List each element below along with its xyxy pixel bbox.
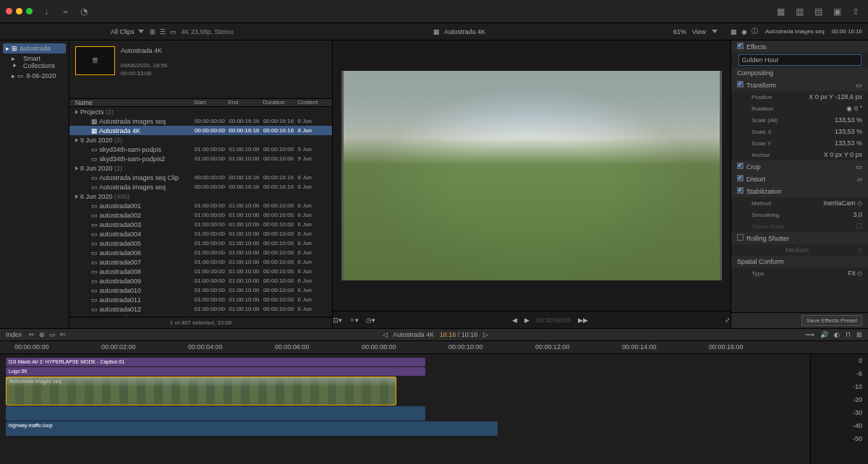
info-inspector-icon[interactable]: ⓘ	[752, 27, 758, 36]
smoothing-value[interactable]: 3,0	[853, 211, 862, 218]
col-start[interactable]: Start	[194, 99, 229, 106]
chevron-down-icon[interactable]	[138, 30, 144, 33]
rolling-section[interactable]: Rolling Shutter	[746, 235, 789, 242]
timeline-clip[interactable]: Autostrada images seq	[6, 377, 396, 405]
list-row[interactable]: ▭ autostrada01101:00:00:0001:00:10:0000:…	[69, 295, 332, 304]
range-icon[interactable]: ▭	[49, 331, 56, 338]
list-row[interactable]: ▦ Autostrada 4K00:00:00:0000:00:16:1600:…	[69, 126, 332, 135]
prev-frame-icon[interactable]: ◀	[512, 317, 517, 324]
color-inspector-icon[interactable]: ◉	[741, 28, 747, 35]
effects-section[interactable]: Effects	[746, 43, 766, 51]
scale-icon[interactable]: ⊡▾	[333, 317, 342, 324]
reset-icon[interactable]: ▭	[856, 163, 862, 171]
list-row[interactable]: 6 Jun 2020 (400)	[69, 192, 332, 201]
list-row[interactable]: 9 Jun 2020 (2)	[69, 135, 332, 145]
rotation-value[interactable]: 0 °	[854, 105, 862, 112]
library-item-smart[interactable]: ▸ ✦ Smart Collections	[3, 53, 66, 71]
col-duration[interactable]: Duration	[263, 99, 297, 106]
library-item-autostrada[interactable]: ▸ ⊞ autostrada	[3, 43, 66, 53]
library-toggle-icon[interactable]: ▦	[774, 5, 787, 18]
share-icon[interactable]: ⇪	[849, 5, 862, 18]
tl-view-icon[interactable]: ⊞	[856, 331, 862, 338]
list-row[interactable]: ▭ autostrada00601:00:00:0001:00:10:0000:…	[69, 248, 332, 257]
col-end[interactable]: End	[229, 99, 263, 106]
view-menu[interactable]: View	[692, 28, 706, 35]
effects-icon[interactable]: ✧▾	[349, 317, 359, 324]
play-button[interactable]: ▶	[524, 317, 529, 324]
video-preview[interactable]	[341, 71, 722, 280]
list-row[interactable]: ▭ autostrada00701:00:00:0001:00:10:0000:…	[69, 257, 332, 267]
list-row[interactable]: ▭ autostrada00101:00:00:0001:00:10:0000:…	[69, 201, 332, 210]
list-row[interactable]: 8 Jun 2020 (2)	[69, 163, 332, 173]
video-inspector-icon[interactable]: ▦	[731, 28, 737, 35]
chevron-down-icon[interactable]	[712, 30, 718, 33]
tl-prev-icon[interactable]: ◁	[383, 331, 388, 338]
filmstrip-icon[interactable]: ⊞	[150, 28, 156, 35]
effect-name-field[interactable]	[739, 54, 861, 66]
browser-toggle-icon[interactable]: ▥	[793, 5, 806, 18]
timecode-display[interactable]: 00:00:00:00	[537, 317, 571, 324]
crop-section[interactable]: Crop	[746, 163, 761, 171]
list-row[interactable]: ▭ autostrada00801:00:00:0001:00:10:0000:…	[69, 267, 332, 276]
inspector-toggle-icon[interactable]: ▣	[830, 5, 843, 18]
clip-filter[interactable]: All Clips	[111, 28, 135, 35]
maximize-window-icon[interactable]	[26, 8, 33, 14]
solo-icon[interactable]: ◐	[834, 331, 840, 338]
list-row[interactable]: ▭ autostrada00901:00:00:0001:00:10:0000:…	[69, 276, 332, 285]
col-name[interactable]: Name	[69, 99, 194, 106]
rotation-dial-icon[interactable]: ◉	[846, 105, 852, 112]
clip-thumbnail[interactable]: 🎬	[75, 46, 115, 75]
import-icon[interactable]: ↓	[40, 5, 53, 18]
col-content[interactable]: Content	[297, 99, 332, 106]
type-value[interactable]: Fit	[848, 270, 855, 277]
save-preset-button[interactable]: Save Effects Preset	[801, 315, 862, 326]
fullscreen-icon[interactable]: ⤢	[725, 317, 731, 324]
scale-y-value[interactable]: 133,53 %	[835, 139, 862, 147]
anchor-x-value[interactable]: 0 px	[830, 151, 842, 158]
list-row[interactable]: ▭ autostrada00201:00:00:0001:00:10:0000:…	[69, 210, 332, 220]
timeline-clip[interactable]: Logo 06	[6, 367, 425, 376]
list-row[interactable]: ▭ autostrada01201:00:00:0001:00:10:0000:…	[69, 304, 332, 314]
scale-x-value[interactable]: 133,53 %	[835, 128, 862, 135]
next-frame-icon[interactable]: ▶▶	[578, 317, 588, 324]
transform-section[interactable]: Transform	[746, 82, 776, 89]
list-row[interactable]: ▭ autostrada01001:00:00:0001:00:10:0000:…	[69, 285, 332, 295]
blade-icon[interactable]: ✄	[60, 331, 66, 338]
tasks-icon[interactable]: ◔	[77, 5, 90, 18]
keyword-icon[interactable]: ⌁	[59, 5, 72, 18]
list-icon[interactable]: ☰	[160, 28, 166, 35]
position-icon[interactable]: ⊕	[39, 331, 45, 338]
zoom-level[interactable]: 61%	[673, 28, 686, 35]
index-button[interactable]: Index	[6, 331, 22, 338]
compositing-section[interactable]: Compositing	[737, 69, 773, 77]
reset-icon[interactable]: ▭	[856, 82, 862, 89]
trim-icon[interactable]: ✂	[29, 331, 35, 338]
library-item-date[interactable]: ▸ ▭ 8-06-2020	[3, 71, 66, 81]
retime-icon[interactable]: ◷▾	[366, 317, 375, 324]
list-row[interactable]: ▭ autostrada00301:00:00:0001:00:10:0000:…	[69, 220, 332, 229]
list-row[interactable]: ▦ Autostrada images seq00:00:00:0000:00:…	[69, 116, 332, 126]
reset-icon[interactable]: ▱	[857, 176, 862, 183]
timeline-clip[interactable]: DJI Mavic Air 2: HYPERLAPSE MODE - Capti…	[6, 358, 425, 366]
pos-x-value[interactable]: 0 px	[815, 93, 827, 100]
timeline-clip[interactable]: highway-traffic-loop	[6, 421, 498, 436]
spatial-section[interactable]: Spatial Conform	[737, 258, 784, 265]
timeline-toggle-icon[interactable]: ▤	[812, 5, 825, 18]
distort-section[interactable]: Distort	[746, 176, 765, 183]
list-row[interactable]: ▭ Autostrada images seq00:00:00:0000:00:…	[69, 182, 332, 192]
timeline-clip[interactable]	[6, 406, 425, 421]
pos-y-value[interactable]: -128,6 px	[835, 93, 862, 100]
clip-range-icon[interactable]: ▭	[170, 28, 176, 35]
audio-skim-icon[interactable]: 🔊	[820, 331, 828, 338]
list-row[interactable]: ▭ autostrada00401:00:00:0001:00:10:0000:…	[69, 229, 332, 239]
list-row[interactable]: ▭ Autostrada images seq Clip00:00:00:000…	[69, 173, 332, 182]
method-value[interactable]: InertiaCam	[823, 199, 855, 207]
snap-icon[interactable]: ⊓	[846, 331, 851, 338]
list-row[interactable]: ▭ autostrada00501:00:00:0001:00:10:0000:…	[69, 239, 332, 248]
list-row[interactable]: ▭ skyd34th-sam-podpis01:00:00:0001:00:10…	[69, 145, 332, 154]
timeline-tracks[interactable]: DJI Mavic Air 2: HYPERLAPSE MODE - Capti…	[0, 354, 810, 464]
list-row[interactable]: Projects (2)	[69, 107, 332, 116]
scale-all-value[interactable]: 133,53 %	[835, 116, 862, 124]
minimize-window-icon[interactable]	[16, 8, 22, 14]
close-window-icon[interactable]	[6, 8, 12, 14]
